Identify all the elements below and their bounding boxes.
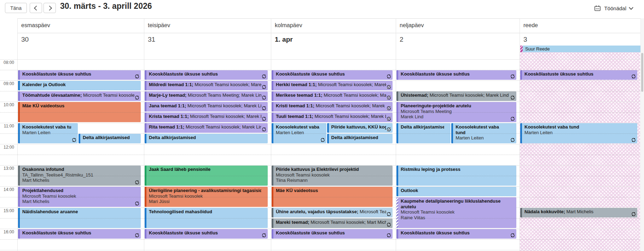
event-color-bar xyxy=(272,219,273,228)
calendar-event[interactable]: Piiride kattuvus, KKÜ kog xyxy=(327,123,393,133)
day-date[interactable]: 31 xyxy=(148,36,155,43)
calendar-event[interactable]: Tehnoloogilised mahasõidud xyxy=(145,208,268,228)
event-color-bar xyxy=(18,123,20,143)
calendar-event[interactable]: Marje-Ly teemad; Microsoft Teams Meeting… xyxy=(145,91,268,101)
event-color-bar xyxy=(145,166,146,186)
event-content: Delta allkirjastamised xyxy=(398,123,451,131)
event-content: Marje-Ly teemad; Microsoft Teams Meeting… xyxy=(146,91,268,99)
event-title: Kooskõlastuste üksuse suhtlus xyxy=(22,71,134,77)
event-title: Delta allkirjastamised xyxy=(83,135,134,141)
event-content: Tuuli teemad 1:1; Microsoft Teamsi kooso… xyxy=(273,113,393,120)
event-content: Kooskõlastuste üksuse suhtlus xyxy=(20,229,141,237)
day-date[interactable]: 1. apr xyxy=(275,36,293,43)
event-title: Kristi teemad 1:1; Microsoft Teamsi koos… xyxy=(276,103,386,109)
event-color-bar xyxy=(272,81,273,90)
event-detail: Mart Michelis xyxy=(22,199,134,204)
prev-week-button[interactable] xyxy=(30,3,42,13)
calendar-event[interactable]: ProjektlahendusedMicrosoft Teamsi koosol… xyxy=(18,187,141,207)
scrollbar-thumb[interactable] xyxy=(641,53,643,92)
event-title: Herkki teemad 1:1; Microsoft Teamsi koos… xyxy=(276,82,386,88)
calendar-event[interactable]: Kooskõlastuste üksuse suhtlus xyxy=(145,70,268,80)
vertical-scrollbar[interactable] xyxy=(640,18,644,251)
event-title: Üleriigiline planeering - avalikustamisr… xyxy=(149,188,261,193)
calendar-event[interactable]: Krista teemad 1:1; Microsoft Teamsi koos… xyxy=(145,113,268,122)
calendar-event[interactable]: Nädala kokkuvõte; Mart Michelis xyxy=(520,208,637,217)
day-header: teisipäev xyxy=(148,22,170,29)
calendar-event[interactable]: Koosolekutest vaba tundMarten Leiten xyxy=(520,123,637,143)
event-title: Merikese teemad 1:1; Microsoft Teamsi ko… xyxy=(276,92,386,98)
calendar-event[interactable]: Jana teemad 1:1; Microsoft Teamsi koosol… xyxy=(145,102,268,112)
calendar-event[interactable]: Mildredi teemad 1:1; Microsoft Teamsi ko… xyxy=(145,81,268,90)
calendar-event[interactable]: Delta allkirjastamised xyxy=(327,134,393,143)
calendar-event[interactable]: Mareki teemad; Microsoft Teamsi koosolek… xyxy=(272,219,393,228)
calendar-event[interactable]: Merikese teemad 1:1; Microsoft Teamsi ko… xyxy=(272,91,393,101)
event-content: Ristmiku leping ja protsess xyxy=(398,166,516,173)
event-content: Rita teemad 1:1; Microsoft Teamsi koosol… xyxy=(146,123,268,131)
calendar-event[interactable]: Kooskõlastuste üksuse suhtlus xyxy=(396,229,516,239)
event-color-bar xyxy=(18,91,20,101)
calendar-event[interactable]: Ühine arutelu, vajadus täpsustatakse; Mi… xyxy=(272,208,393,217)
event-title: Koosolekutest vaba tund xyxy=(524,124,631,130)
event-content: Mildredi teemad 1:1; Microsoft Teamsi ko… xyxy=(146,81,268,88)
event-content: Kooskõlastuste üksuse suhtlus xyxy=(398,70,516,78)
calendar-event[interactable]: Piiride kattuvus ja Elektrilevi projekti… xyxy=(272,166,393,186)
calendar-event[interactable]: Kooskõlastuste üksuse suhtlus xyxy=(272,70,393,80)
calendar-event[interactable]: Kristi teemad 1:1; Microsoft Teamsi koos… xyxy=(272,102,393,112)
event-content: Delta allkirjastamised xyxy=(329,134,393,141)
event-color-bar xyxy=(520,208,522,217)
calendar-event[interactable]: Delta allkirjastamised xyxy=(396,123,451,143)
calendar-event[interactable]: Mäe KÜ vaideotsus xyxy=(272,187,393,207)
event-color-bar xyxy=(327,134,329,143)
calendar-event[interactable]: Näidislahenduse aruanne xyxy=(18,208,141,228)
calendar-event[interactable]: Jaak Saard läheb pensionile xyxy=(145,166,268,186)
today-button[interactable]: Täna xyxy=(5,3,27,13)
day-date[interactable]: 3 xyxy=(523,36,527,43)
view-selector[interactable]: Töönädal xyxy=(592,3,635,13)
calendar-event[interactable]: Herkki teemad 1:1; Microsoft Teamsi koos… xyxy=(272,81,393,90)
event-color-bar xyxy=(145,91,146,101)
calendar-event[interactable]: Töömahtude ülevaatamine; Microsoft Teams… xyxy=(18,91,141,101)
calendar-event[interactable]: Outlook xyxy=(396,187,516,196)
event-color-bar xyxy=(272,208,273,217)
event-detail: Raine Viitas xyxy=(401,215,510,221)
calendar-event[interactable]: Ristmiku leping ja protsess xyxy=(396,166,516,186)
event-title: Mareki teemad; Microsoft Teamsi koosolek… xyxy=(276,220,386,225)
work-week-icon xyxy=(594,5,601,11)
calendar-event[interactable]: Kooskõlastuste üksuse suhtlus xyxy=(272,229,393,239)
day-date[interactable]: 30 xyxy=(21,36,29,43)
calendar-event[interactable]: Koosolekutest vaba tundMarten Leiten xyxy=(272,123,326,143)
calendar-event[interactable]: Koosolekutest vaba tundMarten Leiten xyxy=(18,123,78,143)
calendar-event[interactable]: Osakonna infotundTA_Tallinn_Teelise4_Ris… xyxy=(18,166,141,186)
all-day-event[interactable]: Suur Reede xyxy=(520,46,642,52)
day-header: kolmapäev xyxy=(275,22,302,29)
event-title: Ühine arutelu, vajadus täpsustatakse; Mi… xyxy=(276,209,386,215)
calendar-event[interactable]: Kaupmehe detailplaneeringu liikluslahend… xyxy=(396,197,516,228)
event-color-bar xyxy=(396,166,398,186)
next-week-button[interactable] xyxy=(43,3,56,13)
calendar-event[interactable]: Üleriigiline planeering - avalikustamisr… xyxy=(145,187,268,207)
event-content: Planeeringute-projektide aruteluMicrosof… xyxy=(398,102,516,120)
calendar-event[interactable]: Mäe KÜ vaideotsus xyxy=(18,102,141,122)
calendar-event[interactable]: Kooskõlastuste üksuse suhtlus xyxy=(18,229,141,239)
calendar-event[interactable]: Kooskõlastuste üksuse suhtlus xyxy=(520,70,637,80)
calendar-event[interactable]: Tuuli teemad 1:1; Microsoft Teamsi kooso… xyxy=(272,113,393,122)
calendar-event[interactable]: Delta allkirjastamised xyxy=(145,134,268,143)
calendar-event[interactable]: Ühisteemad; Microsoft Teamsi koosolek; M… xyxy=(396,91,516,101)
event-detail: Microsoft Teams Meeting xyxy=(401,109,510,114)
event-color-bar xyxy=(327,123,329,133)
calendar-event[interactable]: Kalender ja Outlook xyxy=(18,81,141,90)
calendar-event[interactable]: Delta allkirjastamised xyxy=(79,134,141,143)
day-header: reede xyxy=(523,22,538,29)
calendar-event[interactable]: Kooskõlastuste üksuse suhtlus xyxy=(396,70,516,80)
calendar-event[interactable]: Planeeringute-projektide aruteluMicrosof… xyxy=(396,102,516,122)
event-color-bar xyxy=(145,134,146,143)
calendar-event[interactable]: Koosolekutest vaba tundMarten Leiten xyxy=(451,123,516,143)
hour-line xyxy=(0,59,640,60)
event-color-bar xyxy=(145,113,146,122)
event-title: Rita teemad 1:1; Microsoft Teamsi koosol… xyxy=(149,124,261,130)
day-date[interactable]: 2 xyxy=(400,36,404,43)
calendar-event[interactable]: Rita teemad 1:1; Microsoft Teamsi koosol… xyxy=(145,123,268,133)
tentative-bar xyxy=(520,46,523,52)
calendar-event[interactable]: Kooskõlastuste üksuse suhtlus xyxy=(18,70,141,80)
calendar-event[interactable]: Kooskõlastuste üksuse suhtlus xyxy=(145,229,268,239)
